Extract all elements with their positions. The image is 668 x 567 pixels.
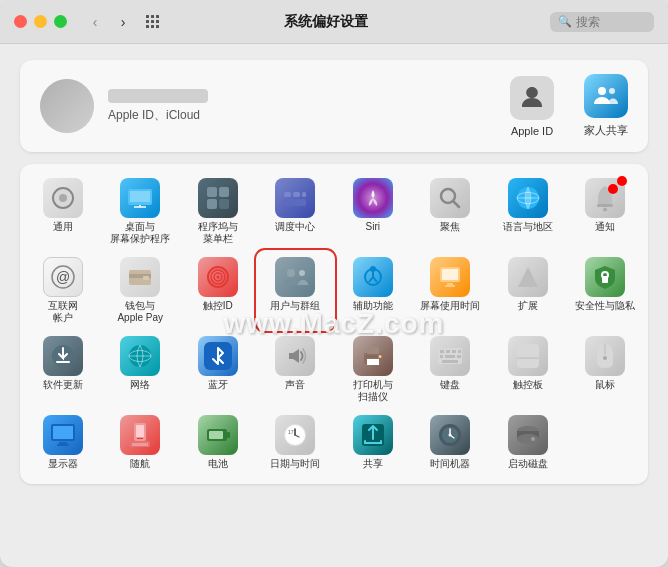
svg-rect-65: [440, 350, 444, 353]
icon-network[interactable]: 网络: [102, 330, 180, 409]
icon-siri[interactable]: Siri: [334, 172, 412, 251]
trackpad-label: 触控板: [513, 379, 543, 391]
svg-rect-49: [447, 283, 453, 285]
trackpad-icon: [508, 336, 548, 376]
icons-section: 通用 桌面与屏幕保护程序 程序坞与菜单栏: [20, 164, 648, 484]
dock-label: 程序坞与菜单栏: [198, 221, 238, 245]
icon-desktop[interactable]: 桌面与屏幕保护程序: [102, 172, 180, 251]
icon-screen-time[interactable]: 屏幕使用时间: [412, 251, 490, 330]
profile-sub-label: Apple ID、iCloud: [108, 107, 208, 124]
icon-trackpad[interactable]: 触控板: [489, 330, 567, 409]
dock-icon: [198, 178, 238, 218]
svg-point-10: [609, 88, 615, 94]
apple-id-action[interactable]: Apple ID: [510, 76, 554, 137]
icon-security[interactable]: 安全性与隐私: [567, 251, 645, 330]
close-button[interactable]: [14, 15, 27, 28]
siri-label: Siri: [366, 221, 380, 233]
search-input[interactable]: [576, 15, 646, 29]
svg-rect-87: [227, 432, 230, 438]
profile-info: Apple ID、iCloud: [108, 89, 208, 124]
svg-rect-73: [517, 344, 539, 368]
screen-time-icon: [430, 257, 470, 297]
icon-bluetooth[interactable]: 蓝牙: [179, 330, 257, 409]
svg-rect-48: [442, 269, 458, 280]
accessibility-icon: [353, 257, 393, 297]
icon-language[interactable]: 语言与地区: [489, 172, 567, 251]
icon-empty: [567, 409, 645, 476]
screen-time-label: 屏幕使用时间: [420, 300, 480, 312]
family-sharing-label: 家人共享: [584, 123, 628, 138]
accessibility-label: 辅助功能: [353, 300, 393, 312]
svg-rect-67: [452, 350, 456, 353]
svg-rect-28: [597, 204, 613, 207]
icon-sidecar[interactable]: 随航: [102, 409, 180, 476]
svg-point-63: [378, 355, 381, 358]
language-icon: [508, 178, 548, 218]
minimize-button[interactable]: [34, 15, 47, 28]
svg-rect-88: [209, 431, 223, 439]
icon-software-update[interactable]: 软件更新: [24, 330, 102, 409]
printers-label: 打印机与扫描仪: [353, 379, 393, 403]
icon-row-4: 显示器 随航 电池: [24, 409, 644, 476]
icon-wallet[interactable]: 钱包与Apple Pay: [102, 251, 180, 330]
apple-id-icon: [510, 76, 554, 120]
maximize-button[interactable]: [54, 15, 67, 28]
mission-control-label: 调度中心: [275, 221, 315, 233]
network-icon: [120, 336, 160, 376]
language-label: 语言与地区: [503, 221, 553, 233]
svg-point-103: [531, 437, 535, 441]
svg-rect-68: [458, 350, 461, 353]
battery-label: 电池: [208, 458, 228, 470]
icon-mission-control[interactable]: 调度中心: [257, 172, 335, 251]
general-label: 通用: [53, 221, 73, 233]
icon-accessibility[interactable]: 辅助功能: [334, 251, 412, 330]
siri-icon: [353, 178, 393, 218]
general-icon: [43, 178, 83, 218]
mouse-label: 鼠标: [595, 379, 615, 391]
icon-general[interactable]: 通用: [24, 172, 102, 251]
icon-keyboard[interactable]: 键盘: [412, 330, 490, 409]
svg-rect-22: [284, 199, 306, 206]
svg-point-39: [216, 276, 219, 279]
sound-label: 声音: [285, 379, 305, 391]
family-sharing-action[interactable]: 家人共享: [584, 74, 628, 138]
icon-dock[interactable]: 程序坞与菜单栏: [179, 172, 257, 251]
svg-text:17: 17: [288, 429, 294, 435]
svg-point-102: [517, 434, 539, 444]
icon-sharing[interactable]: 共享: [334, 409, 412, 476]
icon-touch-id[interactable]: 触控ID: [179, 251, 257, 330]
security-icon: [585, 257, 625, 297]
wallet-icon: [120, 257, 160, 297]
icon-internet-accounts[interactable]: @ 互联网帐户: [24, 251, 102, 330]
icons-grid-container: 通用 桌面与屏幕保护程序 程序坞与菜单栏: [20, 164, 648, 484]
icon-startup-disk[interactable]: 启动磁盘: [489, 409, 567, 476]
icon-battery[interactable]: 电池: [179, 409, 257, 476]
apple-id-label: Apple ID: [511, 125, 553, 137]
titlebar: ‹ › 系统偏好设置 🔍: [0, 0, 668, 44]
spotlight-label: 聚焦: [440, 221, 460, 233]
mission-control-icon: [275, 178, 315, 218]
icon-printers[interactable]: 打印机与扫描仪: [334, 330, 412, 409]
svg-rect-72: [442, 360, 458, 363]
sound-icon: [275, 336, 315, 376]
icon-users-groups[interactable]: 用户与群组: [257, 251, 335, 330]
svg-rect-17: [207, 199, 217, 209]
icon-sound[interactable]: 声音: [257, 330, 335, 409]
icon-extensions[interactable]: 扩展: [489, 251, 567, 330]
icon-datetime[interactable]: 17 日期与时间: [257, 409, 335, 476]
profile-section: Apple ID、iCloud Apple ID: [20, 60, 648, 152]
svg-rect-21: [302, 192, 306, 197]
internet-accounts-label: 互联网帐户: [48, 300, 78, 324]
svg-rect-79: [59, 442, 67, 444]
internet-accounts-icon: @: [43, 257, 83, 297]
icon-displays[interactable]: 显示器: [24, 409, 102, 476]
svg-rect-16: [219, 187, 229, 197]
icon-notifications[interactable]: 通知: [567, 172, 645, 251]
search-box[interactable]: 🔍: [550, 12, 654, 32]
icon-time-machine[interactable]: 时间机器: [412, 409, 490, 476]
icon-mouse[interactable]: 鼠标: [567, 330, 645, 409]
extensions-label: 扩展: [518, 300, 538, 312]
printers-icon: [353, 336, 393, 376]
notifications-icon: [585, 178, 625, 218]
icon-spotlight[interactable]: 聚焦: [412, 172, 490, 251]
